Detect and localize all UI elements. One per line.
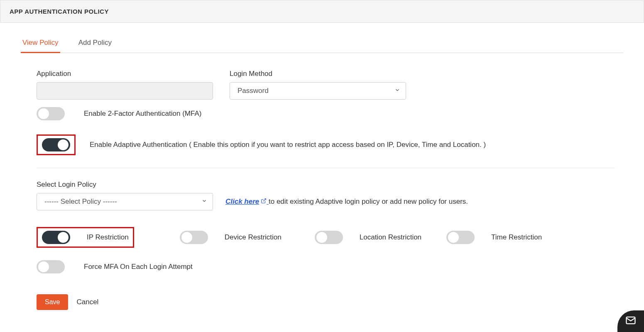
svg-line-0	[263, 199, 266, 201]
page-header: APP AUTHENTICATION POLICY	[0, 0, 644, 23]
mfa-toggle-label: Enable 2-Factor Authentication (MFA)	[84, 110, 201, 118]
force-mfa-label: Force MFA On Each Login Attempt	[84, 263, 193, 271]
adaptive-auth-toggle[interactable]	[42, 138, 70, 151]
force-mfa-toggle[interactable]	[37, 260, 65, 273]
location-restriction-label: Location Restriction	[360, 233, 421, 242]
edit-policy-suffix: to edit existing Adaptive login policy o…	[269, 198, 468, 205]
login-method-label: Login Method	[230, 70, 406, 78]
login-method-value: Password	[238, 87, 269, 95]
select-login-policy-select[interactable]: ------ Select Policy ------	[37, 193, 213, 210]
cancel-button[interactable]: Cancel	[76, 298, 98, 306]
tab-add-policy[interactable]: Add Policy	[77, 35, 113, 53]
divider	[37, 168, 615, 168]
content: View Policy Add Policy Application Login…	[0, 35, 644, 327]
form-area: Application Login Method Password Enable…	[21, 53, 623, 310]
application-label: Application	[37, 70, 213, 78]
edit-policy-help: Click here to edit existing Adaptive log…	[225, 198, 468, 206]
select-login-policy-label: Select Login Policy	[37, 181, 615, 189]
tab-view-policy[interactable]: View Policy	[21, 35, 60, 53]
adaptive-auth-label: Enable Adaptive Authentication ( Enable …	[90, 141, 486, 149]
ip-restriction-highlight: IP Restriction	[37, 227, 134, 248]
external-link-icon	[261, 198, 267, 205]
page-title: APP AUTHENTICATION POLICY	[10, 8, 634, 15]
click-here-link[interactable]: Click here	[225, 198, 269, 205]
device-restriction-label: Device Restriction	[225, 233, 282, 242]
ip-restriction-label: IP Restriction	[87, 233, 129, 242]
login-method-field-group: Login Method Password	[230, 70, 406, 100]
login-method-select[interactable]: Password	[230, 82, 406, 100]
time-restriction-toggle[interactable]	[446, 231, 475, 244]
mfa-toggle[interactable]	[37, 107, 65, 120]
adaptive-toggle-highlight	[37, 134, 76, 155]
click-here-text: Click here	[225, 198, 259, 205]
application-field-group: Application	[37, 70, 213, 100]
save-button[interactable]: Save	[37, 294, 68, 310]
time-restriction-label: Time Restriction	[491, 233, 542, 242]
application-input[interactable]	[37, 82, 213, 100]
device-restriction-toggle[interactable]	[180, 231, 208, 244]
location-restriction-toggle[interactable]	[315, 231, 343, 244]
mail-icon	[625, 315, 637, 327]
tab-bar: View Policy Add Policy	[21, 35, 623, 53]
select-login-policy-value: ------ Select Policy ------	[44, 198, 117, 206]
ip-restriction-toggle[interactable]	[42, 231, 70, 244]
